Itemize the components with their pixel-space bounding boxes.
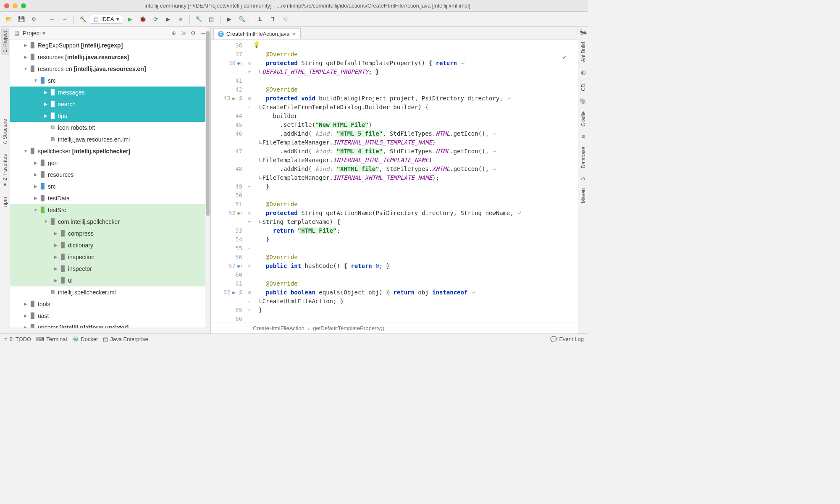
tree-arrow-icon[interactable]: ▶ <box>33 169 39 181</box>
tree-row[interactable]: 🗎intellij.spellchecker.iml <box>10 286 210 298</box>
gear-icon[interactable]: ⚙ <box>191 30 196 36</box>
tree-row[interactable]: 🗎intellij.java.resources.en.iml <box>10 134 210 145</box>
forward-icon[interactable]: → <box>59 14 70 25</box>
tree-arrow-icon[interactable]: ▼ <box>43 216 49 228</box>
zoom-window-button[interactable] <box>21 3 26 8</box>
rail-structure[interactable]: 7: Structure <box>1 116 9 147</box>
editor[interactable]: ✔ 💡 363738 ●↑414243 ●↑ @4445464748495051… <box>211 39 578 323</box>
tree-row[interactable]: ▶▉updater [intellij.platform.updater] <box>10 322 210 328</box>
project-tree[interactable]: ▶▉RegExpSupport [intellij.regexp]▶▉resou… <box>10 39 210 328</box>
status-javaee[interactable]: ▤Java Enterprise <box>103 336 148 342</box>
tree-arrow-icon[interactable]: ▶ <box>43 110 49 122</box>
tree-row[interactable]: ▼▉spellchecker [intellij.spellchecker] <box>10 145 210 157</box>
profile-icon[interactable]: ▶ <box>163 14 173 25</box>
tree-row[interactable]: ▼▉com.intellij.spellchecker <box>10 216 210 228</box>
tree-row[interactable]: ▼▉resources-en [intellij.java.resources.… <box>10 63 210 75</box>
vcs-commit-icon[interactable]: ⇈ <box>267 14 278 25</box>
intention-bulb-icon[interactable]: 💡 <box>253 41 260 48</box>
run-anything-icon[interactable]: ▶ <box>224 14 235 25</box>
tree-row[interactable]: ▶▉resources [intellij.java.resources] <box>10 51 210 63</box>
cdi-icon[interactable]: ◐ <box>581 69 586 76</box>
open-icon[interactable]: 📂 <box>3 14 14 25</box>
gradle-icon[interactable]: 🐘 <box>580 98 587 105</box>
vcs-update-icon[interactable]: ⇊ <box>255 14 265 25</box>
tree-row[interactable]: ▶▉testData <box>10 192 210 204</box>
breadcrumb-method[interactable]: getDefaultTemplateProperty() <box>313 325 384 331</box>
run-icon[interactable]: ▶ <box>125 14 136 25</box>
tree-arrow-icon[interactable]: ▶ <box>53 263 59 275</box>
tree-arrow-icon[interactable]: ▶ <box>23 298 29 310</box>
locate-icon[interactable]: ⊕ <box>171 30 176 36</box>
tree-arrow-icon[interactable]: ▶ <box>33 157 39 169</box>
tree-arrow-icon[interactable]: ▼ <box>33 204 39 216</box>
status-todo[interactable]: ≡6: TODO <box>4 336 31 342</box>
close-tab-icon[interactable]: ✕ <box>292 31 296 37</box>
stop-icon[interactable]: ■ <box>175 14 186 25</box>
wrench-icon[interactable]: 🔧 <box>193 14 204 25</box>
tree-arrow-icon[interactable]: ▼ <box>23 63 29 75</box>
debug-icon[interactable]: 🐞 <box>137 14 148 25</box>
tree-row[interactable]: ▼▉src <box>10 75 210 87</box>
status-terminal[interactable]: ⌨Terminal <box>36 336 67 342</box>
status-eventlog[interactable]: 💬Event Log <box>550 336 584 342</box>
database-icon[interactable]: ≡ <box>581 133 585 140</box>
tree-arrow-icon[interactable]: ▶ <box>43 87 49 98</box>
minimize-window-button[interactable] <box>13 3 18 8</box>
tree-arrow-icon[interactable]: ▶ <box>23 322 29 328</box>
tree-arrow-icon[interactable]: ▶ <box>23 51 29 63</box>
tree-row[interactable]: ▶▉tips <box>10 110 210 122</box>
tree-arrow-icon[interactable]: ▼ <box>33 75 39 87</box>
fold-column[interactable]: ⊖⌐⊖⌐⌐⊖⌐⌐⊖⊖⌐⌐ <box>245 39 254 323</box>
vertical-scrollbar[interactable] <box>205 27 210 328</box>
tree-row[interactable]: ▶▉gen <box>10 157 210 169</box>
ant-icon[interactable]: 🐜 <box>580 29 587 35</box>
rail-database[interactable]: Database <box>580 144 587 171</box>
rail-maven[interactable]: Maven <box>580 186 587 206</box>
maven-icon[interactable]: m <box>581 175 585 181</box>
tree-row[interactable]: 🗎icon-robots.txt <box>10 122 210 134</box>
collapse-icon[interactable]: ⇲ <box>181 30 186 36</box>
tree-arrow-icon[interactable]: ▶ <box>53 239 59 251</box>
tree-arrow-icon[interactable]: ▶ <box>53 228 59 239</box>
rail-gradle[interactable]: Gradle <box>580 109 587 129</box>
rail-favorites[interactable]: ★ 2: Favorites <box>1 152 9 190</box>
tree-row[interactable]: ▶▉inspector <box>10 263 210 275</box>
close-window-button[interactable] <box>4 3 9 8</box>
tree-row[interactable]: ▶▉uast <box>10 310 210 322</box>
editor-tab[interactable]: C CreateHtmlFileAction.java ✕ <box>213 28 301 39</box>
tree-row[interactable]: ▶▉inspection <box>10 251 210 263</box>
tree-row[interactable]: ▶▉tools <box>10 298 210 310</box>
vcs-history-icon[interactable]: ⟲ <box>280 14 291 25</box>
rail-npm[interactable]: npm <box>1 194 9 209</box>
save-all-icon[interactable]: 💾 <box>16 14 27 25</box>
tree-arrow-icon[interactable]: ▶ <box>53 275 59 286</box>
tree-row[interactable]: ▶▉src <box>10 181 210 192</box>
rail-project[interactable]: 1: Project <box>1 29 9 55</box>
tree-row[interactable]: ▶▉search <box>10 98 210 110</box>
tree-row[interactable]: ▶▉resources <box>10 169 210 181</box>
coverage-icon[interactable]: ⟳ <box>150 14 161 25</box>
breadcrumb-class[interactable]: CreateHtmlFileAction <box>253 325 304 331</box>
tree-arrow-icon[interactable]: ▶ <box>33 181 39 192</box>
tree-row[interactable]: ▶▉messages <box>10 87 210 98</box>
code-area[interactable]: @Override protected String getDefaultTem… <box>254 39 578 323</box>
run-config-dropdown[interactable]: ▤ IDEA ▾ <box>90 15 123 24</box>
build-icon[interactable]: 🔨 <box>77 14 88 25</box>
search-icon[interactable]: 🔍 <box>236 14 247 25</box>
refresh-icon[interactable]: ⟳ <box>29 14 39 25</box>
project-structure-icon[interactable]: ▤ <box>206 14 217 25</box>
horizontal-scrollbar[interactable] <box>10 328 210 333</box>
tree-row[interactable]: ▶▉dictionary <box>10 239 210 251</box>
tree-row[interactable]: ▶▉ui <box>10 275 210 286</box>
tree-arrow-icon[interactable]: ▶ <box>53 251 59 263</box>
tree-arrow-icon[interactable]: ▼ <box>23 145 29 157</box>
tree-arrow-icon[interactable]: ▶ <box>23 310 29 322</box>
tree-arrow-icon[interactable]: ▶ <box>23 39 29 51</box>
tree-row[interactable]: ▼▉testSrc <box>10 204 210 216</box>
tree-arrow-icon[interactable]: ▶ <box>33 192 39 204</box>
tree-row[interactable]: ▶▉compress <box>10 228 210 239</box>
tree-row[interactable]: ▶▉RegExpSupport [intellij.regexp] <box>10 39 210 51</box>
rail-cdi[interactable]: CDI <box>580 80 587 94</box>
tree-arrow-icon[interactable]: ▶ <box>43 98 49 110</box>
status-docker[interactable]: 🐳Docker <box>72 336 98 342</box>
